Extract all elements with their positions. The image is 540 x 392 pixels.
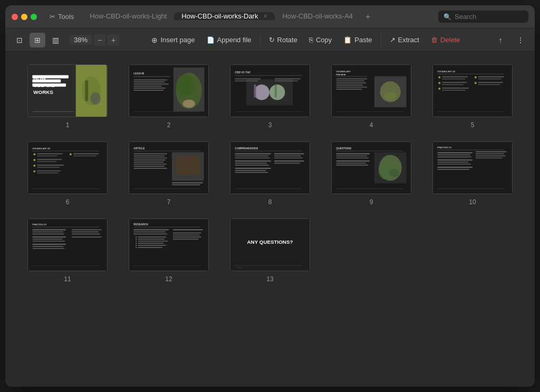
svg-rect-142 <box>476 151 507 152</box>
svg-rect-148 <box>437 156 471 157</box>
delete-button[interactable]: 🗑 Delete <box>426 34 466 46</box>
svg-point-87 <box>70 154 72 156</box>
paste-button[interactable]: 📋 Paste <box>338 34 377 46</box>
svg-rect-143 <box>476 154 504 155</box>
slide-item[interactable]: PRACTICE 2/3 <box>22 218 113 283</box>
tools-menu[interactable]: ✂ Tools <box>45 11 78 23</box>
svg-rect-178 <box>136 236 137 237</box>
svg-rect-42 <box>336 77 367 77</box>
svg-rect-46 <box>336 84 363 85</box>
delete-label: Delete <box>440 36 460 44</box>
svg-text:ARTICLE: ARTICLE <box>133 147 145 150</box>
slide-thumbnail[interactable]: ARTICLE <box>129 141 209 194</box>
svg-rect-43 <box>336 78 367 79</box>
svg-text:PRACTICE 2/3: PRACTICE 2/3 <box>32 223 46 226</box>
slide-item[interactable]: CBD VS THC <box>225 64 315 129</box>
svg-rect-117 <box>235 170 266 171</box>
slide-thumbnail[interactable]: QUESTIONS <box>331 141 411 194</box>
slide-item[interactable]: ARTICLE <box>123 141 214 206</box>
svg-rect-24 <box>133 90 163 91</box>
append-file-button[interactable]: 📄 Append file <box>201 34 257 46</box>
insert-page-button[interactable]: ⊕ Insert page <box>146 34 200 46</box>
minimize-button[interactable] <box>21 14 27 20</box>
slide-thumbnail[interactable]: RESEARCH <box>129 218 209 271</box>
sidebar-icon: ⊡ <box>16 36 23 44</box>
svg-rect-97 <box>133 159 166 160</box>
slide-item[interactable]: HOW CBD OIL WORKS 1 <box>22 64 113 129</box>
slide-item[interactable]: VOCABULARY 1/2 <box>427 64 518 129</box>
slide-thumbnail[interactable]: HOW CBD OIL WORKS <box>27 64 108 117</box>
svg-text:RESEARCH: RESEARCH <box>133 223 148 226</box>
svg-rect-129 <box>336 155 367 156</box>
svg-text:QUESTIONS: QUESTIONS <box>336 147 352 150</box>
svg-rect-95 <box>133 155 165 156</box>
slide-number: 9 <box>370 198 373 206</box>
svg-rect-105 <box>172 184 200 185</box>
slide-number: 10 <box>469 198 476 206</box>
slide-thumbnail[interactable]: ANY QUESTIONS? Source <box>230 218 310 271</box>
svg-rect-127 <box>336 151 403 151</box>
share-button[interactable]: ↑ <box>493 33 508 47</box>
svg-text:Source: Source <box>237 267 242 269</box>
slide-item[interactable]: ANY QUESTIONS? Source 13 <box>225 218 315 283</box>
svg-point-16 <box>182 100 195 108</box>
svg-rect-133 <box>336 165 368 166</box>
grid-view-button[interactable]: ⊞ <box>30 33 45 47</box>
close-tab-icon[interactable]: ✕ <box>263 13 267 19</box>
slide-item[interactable]: VOCABULARY PREVIEW <box>326 64 417 129</box>
slide-thumbnail[interactable]: VOCABULARY 2/2 <box>27 141 108 194</box>
slide-thumbnail[interactable]: VOCABULARY 1/2 <box>432 64 513 117</box>
slide-thumbnail[interactable]: PRACTICE 2/3 <box>27 218 108 271</box>
search-input[interactable] <box>455 13 523 21</box>
tab-bar: How-CBD-oil-works-Light How-CBD-oil-work… <box>82 12 434 22</box>
svg-rect-96 <box>133 157 167 158</box>
zoom-in-button[interactable]: + <box>108 34 119 46</box>
slide-item[interactable]: LEAD-IN 2 <box>123 64 214 129</box>
svg-point-62 <box>438 88 440 90</box>
svg-rect-23 <box>133 88 166 89</box>
copy-icon: ⎘ <box>309 36 313 44</box>
tab-light[interactable]: How-CBD-oil-works-Light <box>82 12 174 20</box>
svg-rect-149 <box>437 159 472 160</box>
slide-item[interactable]: PRACTICE 1/3 <box>427 141 518 206</box>
svg-rect-37 <box>275 80 298 81</box>
svg-rect-113 <box>235 160 271 161</box>
svg-rect-99 <box>133 164 167 165</box>
svg-rect-165 <box>32 246 63 247</box>
slide-thumbnail[interactable]: COMPREHENSION <box>230 141 310 194</box>
svg-rect-74 <box>32 151 99 151</box>
svg-rect-11 <box>32 111 73 112</box>
extract-button[interactable]: ↗ Extract <box>384 34 425 46</box>
svg-point-4 <box>90 92 101 105</box>
slide-item[interactable]: COMPREHENSION <box>225 141 315 206</box>
zoom-out-button[interactable]: − <box>94 34 105 46</box>
fullscreen-button[interactable] <box>31 14 37 20</box>
insert-label: Insert page <box>160 36 195 44</box>
sidebar-toggle[interactable]: ⊡ <box>12 33 27 47</box>
svg-rect-86 <box>37 173 59 174</box>
slide-item[interactable]: QUESTIONS <box>326 141 417 206</box>
zoom-value[interactable]: 38% <box>70 35 92 45</box>
svg-rect-123 <box>274 162 300 164</box>
svg-rect-177 <box>133 233 167 234</box>
tab-a4[interactable]: How-CBD-oil-works-A4 <box>275 12 360 20</box>
slide-item[interactable]: VOCABULARY 2/2 <box>22 141 113 206</box>
slide-thumbnail[interactable]: PRACTICE 1/3 <box>432 141 513 194</box>
add-tab-button[interactable]: + <box>360 12 375 22</box>
svg-rect-18 <box>133 77 170 77</box>
close-button[interactable] <box>12 14 18 20</box>
slide-thumbnail[interactable]: LEAD-IN <box>129 64 209 117</box>
slide-thumbnail[interactable]: VOCABULARY PREVIEW <box>331 64 411 117</box>
more-options-button[interactable]: ⋮ <box>513 33 528 47</box>
copy-button[interactable]: ⎘ Copy <box>304 34 337 46</box>
slide-item[interactable]: RESEARCH <box>123 218 214 283</box>
tab-dark[interactable]: How-CBD-oil-works-Dark ✕ <box>174 12 275 20</box>
layout-button[interactable]: ▥ <box>47 33 63 47</box>
svg-rect-185 <box>138 243 163 244</box>
svg-rect-110 <box>235 154 271 155</box>
rotate-button[interactable]: ↻ Rotate <box>264 34 303 46</box>
svg-rect-174 <box>133 227 200 227</box>
slide-number: 1 <box>66 121 70 129</box>
slide-thumbnail[interactable]: CBD VS THC <box>230 64 310 117</box>
search-box[interactable]: 🔍 <box>438 11 528 23</box>
